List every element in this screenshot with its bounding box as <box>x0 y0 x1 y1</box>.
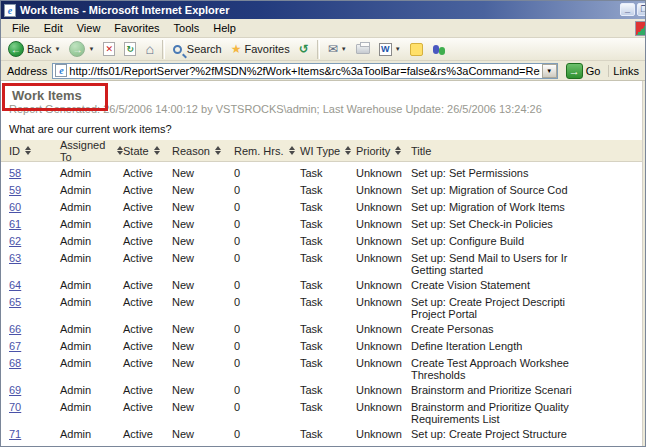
notes-button[interactable] <box>406 42 427 57</box>
cell-id: 63 <box>9 252 60 264</box>
cell-assigned_to: Admin <box>60 357 123 369</box>
edit-with-word-button[interactable]: W ▼ <box>375 42 405 57</box>
work-item-link[interactable]: 59 <box>9 184 21 196</box>
cell-id: 64 <box>9 279 60 291</box>
back-dropdown-icon[interactable]: ▼ <box>54 46 60 52</box>
cell-reason: New <box>172 384 234 396</box>
cell-reason: New <box>172 252 234 264</box>
cell-priority: Unknown <box>356 357 411 369</box>
cell-wi_type: Task <box>300 279 356 291</box>
go-button[interactable]: → Go <box>563 63 604 79</box>
report-question: What are our current work items? <box>9 123 645 135</box>
cell-priority: Unknown <box>356 296 411 308</box>
refresh-button[interactable]: ↻ <box>120 41 140 57</box>
table-row: 67AdminActiveNew0TaskUnknownDefine Itera… <box>1 338 645 355</box>
cell-title: Brainstorm and Prioritize Scenari <box>411 384 645 396</box>
forward-button[interactable]: → ▼ <box>65 40 98 58</box>
cell-state: Active <box>123 235 172 247</box>
cell-id: 67 <box>9 340 60 352</box>
maximize-button[interactable]: ❐ <box>637 3 646 16</box>
cell-assigned_to: Admin <box>60 323 123 335</box>
cell-priority: Unknown <box>356 279 411 291</box>
address-dropdown-button[interactable]: ▼ <box>542 64 557 78</box>
cell-reason: New <box>172 296 234 308</box>
work-item-link[interactable]: 66 <box>9 323 21 335</box>
history-button[interactable]: ↺ <box>295 41 313 57</box>
menu-item-favorites[interactable]: Favorites <box>107 20 166 36</box>
sort-arrows-icon[interactable] <box>289 146 295 155</box>
messenger-button[interactable] <box>428 41 450 57</box>
table-row: 59AdminActiveNew0TaskUnknownSet up: Migr… <box>1 182 645 199</box>
cell-assigned_to: Admin <box>60 167 123 179</box>
stop-icon: ✕ <box>103 42 115 56</box>
minimize-button[interactable]: _ <box>620 3 635 16</box>
forward-dropdown-icon[interactable]: ▼ <box>88 46 94 52</box>
cell-priority: Unknown <box>356 218 411 230</box>
table-row: 72AdminActiveNew0TaskUnknown <box>1 443 645 447</box>
word-dropdown-icon[interactable]: ▼ <box>395 46 401 52</box>
column-label: Reason <box>172 145 210 157</box>
vertical-scrollbar[interactable] <box>642 81 645 447</box>
mail-dropdown-icon[interactable]: ▼ <box>341 46 347 52</box>
address-field[interactable]: e ▼ <box>52 63 557 79</box>
print-button[interactable] <box>352 43 374 55</box>
table-row: 69AdminActiveNew0TaskUnknownBrainstorm a… <box>1 382 645 399</box>
work-item-link[interactable]: 62 <box>9 235 21 247</box>
cell-title: Set up: Set Check-in Policies <box>411 218 645 230</box>
column-header-priority[interactable]: Priority <box>356 145 411 157</box>
home-button[interactable]: ⌂ <box>141 41 157 57</box>
column-header-state[interactable]: State <box>123 145 172 157</box>
cell-assigned_to: Admin <box>60 279 123 291</box>
work-item-link[interactable]: 65 <box>9 296 21 308</box>
work-item-link[interactable]: 68 <box>9 357 21 369</box>
cell-assigned_to: Admin <box>60 218 123 230</box>
cell-rem_hrs: 0 <box>234 323 300 335</box>
mail-button[interactable]: ✉ ▼ <box>324 41 351 57</box>
cell-wi_type: Task <box>300 201 356 213</box>
column-header-assigned_to[interactable]: Assigned To <box>60 139 123 163</box>
column-header-wi_type[interactable]: WI Type <box>300 145 356 157</box>
cell-id: 70 <box>9 401 60 413</box>
table-row: 66AdminActiveNew0TaskUnknownCreate Perso… <box>1 321 645 338</box>
menu-item-edit[interactable]: Edit <box>37 20 70 36</box>
menu-item-tools[interactable]: Tools <box>167 20 207 36</box>
back-button[interactable]: ← Back ▼ <box>4 40 64 58</box>
sort-arrows-icon[interactable] <box>154 146 160 155</box>
menu-item-view[interactable]: View <box>70 20 108 36</box>
table-row: 68AdminActiveNew0TaskUnknownCreate Test … <box>1 355 645 382</box>
menu-item-help[interactable]: Help <box>206 20 243 36</box>
cell-id: 61 <box>9 218 60 230</box>
cell-state: Active <box>123 167 172 179</box>
favorites-label: Favorites <box>244 43 289 55</box>
cell-priority: Unknown <box>356 201 411 213</box>
address-input[interactable] <box>67 65 541 77</box>
cell-rem_hrs: 0 <box>234 279 300 291</box>
work-item-link[interactable]: 71 <box>9 428 21 440</box>
work-item-link[interactable]: 67 <box>9 340 21 352</box>
column-header-reason[interactable]: Reason <box>172 145 234 157</box>
work-item-link[interactable]: 64 <box>9 279 21 291</box>
stop-button[interactable]: ✕ <box>99 41 119 57</box>
column-header-id[interactable]: ID <box>9 145 60 157</box>
work-item-link[interactable]: 70 <box>9 401 21 413</box>
sort-arrows-icon[interactable] <box>215 146 221 155</box>
work-item-link[interactable]: 69 <box>9 384 21 396</box>
cell-rem_hrs: 0 <box>234 201 300 213</box>
sort-arrows-icon[interactable] <box>395 146 401 155</box>
sort-arrows-icon[interactable] <box>345 146 351 155</box>
links-label[interactable]: Links <box>608 65 643 77</box>
sort-arrows-icon[interactable] <box>25 146 31 155</box>
work-item-link[interactable]: 58 <box>9 167 21 179</box>
search-button[interactable]: Search <box>169 42 226 56</box>
menu-item-file[interactable]: File <box>5 20 37 36</box>
work-item-link[interactable]: 61 <box>9 218 21 230</box>
cell-wi_type: Task <box>300 184 356 196</box>
cell-priority: Unknown <box>356 184 411 196</box>
favorites-button[interactable]: ★ Favorites <box>227 41 294 57</box>
table-row: 62AdminActiveNew0TaskUnknownSet up: Conf… <box>1 233 645 250</box>
work-item-link[interactable]: 60 <box>9 201 21 213</box>
column-label: Assigned To <box>60 139 112 163</box>
work-item-link[interactable]: 63 <box>9 252 21 264</box>
column-header-rem_hrs[interactable]: Rem. Hrs. <box>234 145 300 157</box>
back-icon: ← <box>8 41 24 57</box>
